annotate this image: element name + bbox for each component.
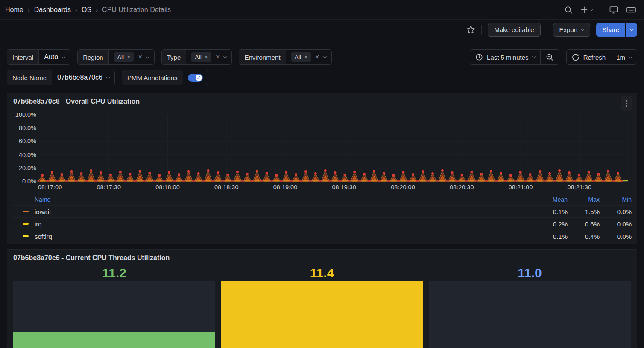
breadcrumb-folder[interactable]: OS	[82, 6, 91, 14]
series-name[interactable]: iowait	[35, 208, 529, 215]
variables-row-2: Node Name 07b6be8a70c6 PMM Annotations ✓	[7, 70, 637, 85]
time-range-button[interactable]: Last 5 minutes	[470, 50, 540, 64]
favorite-star-button[interactable]	[466, 25, 475, 34]
series-min: 0.0%	[600, 220, 632, 228]
svg-text:60.0%: 60.0%	[19, 138, 36, 145]
node-name-label: Node Name	[7, 70, 52, 85]
legend-header-mean[interactable]: Mean	[529, 196, 568, 203]
selected-value-chip[interactable]: All×	[114, 52, 134, 62]
panel-overall-cpu-utilization: 07b6be8a70c6 - Overall CPU Utilization 1…	[7, 93, 637, 244]
search-icon[interactable]	[564, 6, 573, 14]
series-min: 0.0%	[600, 208, 632, 215]
chart-legend: Name Mean Max Min iowait0.1%1.5%0.0%irq0…	[7, 194, 637, 242]
selected-value-chip[interactable]: All×	[191, 52, 211, 62]
interval-variable: Interval Auto	[7, 49, 70, 65]
gauge-thread-1: 11.4	[221, 265, 423, 348]
legend-row-irq: irq0.2%0.6%0.0%	[12, 218, 632, 230]
refresh-interval-select[interactable]: 1m	[611, 50, 637, 64]
gauge-thread-0: 11.2	[13, 265, 215, 348]
remove-value-icon[interactable]: ×	[304, 54, 307, 60]
series-max: 0.6%	[568, 220, 600, 228]
svg-text:08:21:00: 08:21:00	[509, 184, 533, 191]
legend-header: Name Mean Max Min	[12, 194, 632, 205]
svg-text:20.0%: 20.0%	[19, 165, 36, 171]
pmm-annotations-toggle[interactable]: ✓	[183, 70, 208, 85]
zoom-out-button[interactable]	[540, 50, 559, 64]
interval-label: Interval	[7, 50, 39, 64]
series-max: 0.4%	[568, 233, 600, 240]
clear-selection-icon[interactable]: ×	[216, 53, 220, 61]
node-name-variable: Node Name 07b6be8a70c6	[7, 70, 115, 85]
variables-row-1: Interval Auto RegionAll××TypeAll××Enviro…	[7, 49, 637, 65]
filter-label: Type	[162, 50, 187, 64]
timeseries-chart[interactable]: 100.0%80.0%60.0%40.0%20.0%0.0%08:17:0008…	[7, 105, 637, 194]
gauge-value-label: 11.4	[221, 265, 423, 281]
star-icon	[466, 25, 475, 34]
chevron-down-icon	[630, 27, 633, 31]
app-header: Home › Dashboards › OS › CPU Utilization…	[0, 0, 644, 20]
plus-icon	[580, 6, 588, 14]
legend-header-max[interactable]: Max	[568, 196, 600, 203]
add-button[interactable]	[580, 6, 593, 14]
clear-selection-icon[interactable]: ×	[138, 53, 142, 61]
series-name[interactable]: irq	[35, 220, 529, 228]
svg-text:08:18:30: 08:18:30	[214, 184, 238, 191]
dashboard-body: Interval Auto RegionAll××TypeAll××Enviro…	[0, 49, 644, 348]
series-max: 1.5%	[568, 208, 600, 215]
header-actions	[564, 5, 636, 14]
panel-current-cpu-threads: 07b6be8a70c6 - Current CPU Threads Utili…	[7, 249, 637, 348]
chevron-down-icon	[62, 55, 65, 58]
chevron-down-icon	[581, 27, 584, 31]
selected-value-chip[interactable]: All×	[291, 52, 311, 62]
legend-rows: iowait0.1%1.5%0.0%irq0.2%0.6%0.0%softirq…	[12, 205, 632, 242]
share-options-button[interactable]	[626, 23, 637, 37]
legend-header-name[interactable]: Name	[12, 196, 529, 203]
clear-selection-icon[interactable]: ×	[315, 53, 319, 61]
zoom-out-icon	[546, 53, 554, 61]
chip-label: All	[117, 54, 124, 61]
filter-label: Environment	[239, 50, 286, 64]
pmm-annotations-label: PMM Annotations	[122, 70, 183, 85]
panel-menu-button[interactable]	[621, 96, 632, 111]
kiosk-mode-icon[interactable]	[609, 6, 618, 14]
series-name[interactable]: softirq	[35, 233, 529, 240]
legend-row-softirq: softirq0.1%0.4%0.0%	[12, 230, 632, 242]
time-controls: Last 5 minutes Refresh 1m	[470, 49, 637, 65]
filter-label: Region	[78, 50, 109, 64]
share-split-button: Share	[596, 23, 637, 37]
breadcrumb-separator: ›	[96, 6, 98, 13]
bar-gauges: 11.211.411.0	[7, 265, 637, 348]
pmm-annotations-control: PMM Annotations ✓	[122, 70, 208, 85]
check-icon: ✓	[196, 75, 202, 81]
legend-header-min[interactable]: Min	[600, 196, 632, 203]
interval-select[interactable]: Auto	[39, 50, 70, 64]
panel-title[interactable]: 07b6be8a70c6 - Current CPU Threads Utili…	[7, 250, 637, 262]
series-color-swatch	[23, 223, 29, 225]
remove-value-icon[interactable]: ×	[205, 54, 208, 60]
breadcrumb-separator: ›	[75, 6, 77, 13]
keyboard-shortcuts-icon[interactable]	[626, 6, 636, 14]
chevron-down-icon	[590, 7, 594, 11]
filter-value-area[interactable]: All××	[109, 50, 154, 64]
export-button[interactable]: Export	[553, 23, 590, 37]
gauge-value-label: 11.2	[13, 265, 215, 281]
filter-value-area[interactable]: All××	[186, 50, 231, 64]
node-name-select[interactable]: 07b6be8a70c6	[52, 70, 114, 85]
toggle-switch-on[interactable]: ✓	[188, 74, 203, 82]
panel-title[interactable]: 07b6be8a70c6 - Overall CPU Utilization	[7, 93, 637, 105]
filter-value-area[interactable]: All××	[286, 50, 331, 64]
breadcrumb-current-page: CPU Utilization Details	[102, 6, 171, 14]
chip-label: All	[295, 54, 302, 61]
breadcrumb-home[interactable]: Home	[5, 6, 23, 14]
remove-value-icon[interactable]: ×	[127, 54, 130, 60]
series-mean: 0.2%	[529, 220, 568, 228]
chip-label: All	[195, 54, 202, 61]
share-button[interactable]: Share	[596, 23, 625, 37]
breadcrumb-dashboards[interactable]: Dashboards	[34, 6, 71, 14]
refresh-button[interactable]: Refresh	[567, 50, 611, 64]
filter-type: TypeAll××	[161, 49, 232, 65]
divider	[601, 5, 601, 14]
make-editable-button[interactable]: Make editable	[488, 23, 540, 37]
gauge-track	[429, 281, 631, 348]
gauge-track	[221, 281, 423, 348]
